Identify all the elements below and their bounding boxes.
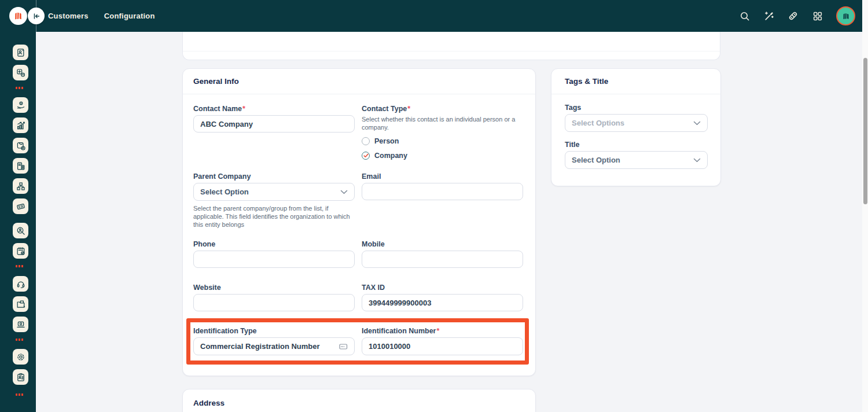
tax-id-input[interactable]	[362, 294, 523, 311]
tags-title-header: Tags & Title	[551, 69, 720, 94]
identification-type-label: Identification Type	[193, 327, 355, 336]
sidebar-item-hand-coin[interactable]	[13, 97, 28, 113]
contact-name-input[interactable]	[193, 115, 355, 133]
contact-type-helper: Select whether this contact is an indivi…	[362, 115, 523, 131]
email-field: Email	[362, 172, 523, 200]
sidebar-divider	[16, 393, 24, 396]
parent-company-label: Parent Company	[193, 172, 355, 181]
sidebar-item-folder-document[interactable]	[13, 296, 28, 312]
sidebar-divider	[16, 339, 24, 341]
scrollbar-thumb[interactable]	[863, 58, 867, 204]
website-input[interactable]	[193, 294, 355, 311]
scrollbar-track[interactable]	[862, 0, 868, 412]
identification-number-field: Identification Number*	[362, 327, 523, 355]
chevron-down-icon	[340, 190, 348, 194]
phone-field: Phone	[193, 240, 355, 268]
avatar-brand-mark-icon	[841, 12, 851, 21]
app-window: Customers Configuration	[0, 0, 868, 412]
contact-name-field: Contact Name*	[193, 105, 355, 133]
search-icon[interactable]	[739, 10, 750, 21]
sidebar-item-headset[interactable]	[13, 276, 28, 292]
radio-company-label: Company	[374, 152, 407, 160]
contact-name-label: Contact Name*	[193, 105, 355, 113]
chevron-down-icon	[693, 121, 701, 126]
title-field: Title Select Option	[565, 141, 708, 169]
sidebar-item-calculator-pen[interactable]	[13, 198, 28, 214]
email-input[interactable]	[362, 183, 523, 200]
title-placeholder: Select Option	[572, 156, 620, 164]
tags-select[interactable]: Select Options	[565, 114, 708, 132]
address-card: Address	[182, 389, 536, 412]
sidebar	[0, 32, 36, 412]
required-asterisk: *	[242, 105, 245, 113]
nav-configuration[interactable]: Configuration	[104, 12, 155, 20]
tags-placeholder: Select Options	[572, 119, 624, 127]
tax-id-label: TAX ID	[362, 284, 523, 292]
radio-checked-icon	[362, 152, 370, 160]
app-logo[interactable]	[9, 7, 27, 25]
previous-section-card	[182, 32, 720, 60]
mobile-label: Mobile	[362, 240, 523, 249]
parent-company-value: Select Option	[200, 187, 249, 196]
radio-company[interactable]: Company	[362, 152, 523, 160]
identification-number-label: Identification Number*	[362, 327, 523, 336]
general-info-header: General Info	[183, 69, 535, 94]
radio-person[interactable]: Person	[362, 137, 523, 145]
sidebar-item-settings[interactable]	[13, 349, 28, 365]
attachment-icon[interactable]	[788, 10, 799, 21]
collapse-arrow-icon	[32, 12, 41, 21]
sidebar-divider	[16, 87, 24, 89]
parent-company-select[interactable]: Select Option	[193, 183, 355, 201]
identification-number-input[interactable]	[362, 337, 523, 355]
required-asterisk: *	[436, 327, 439, 335]
parent-company-field: Parent Company Select Option Select the …	[193, 172, 355, 229]
tags-label: Tags	[565, 104, 708, 112]
required-asterisk: *	[407, 105, 410, 113]
magic-wand-icon[interactable]	[763, 10, 774, 21]
card-divider	[183, 51, 720, 52]
radio-person-label: Person	[374, 137, 399, 145]
top-navigation: Customers Configuration	[48, 0, 155, 32]
tax-id-field: TAX ID	[362, 284, 523, 311]
sidebar-item-calendar-check[interactable]	[13, 243, 28, 259]
topbar-actions	[739, 0, 855, 32]
tags-field: Tags Select Options	[565, 104, 708, 132]
title-label: Title	[565, 141, 708, 149]
mobile-field: Mobile	[362, 240, 523, 268]
user-avatar[interactable]	[836, 6, 855, 25]
sidebar-item-linked-boxes[interactable]	[13, 178, 28, 194]
chevron-down-icon	[693, 158, 701, 163]
sidebar-item-clipboard-person[interactable]	[13, 369, 28, 385]
identification-type-value: Commercial Registration Number	[200, 342, 320, 351]
field-type-icon	[339, 343, 348, 350]
identification-type-field: Identification Type Commercial Registrat…	[193, 327, 355, 355]
apps-grid-icon[interactable]	[812, 10, 823, 21]
sidebar-item-contacts[interactable]	[13, 45, 28, 60]
sidebar-divider	[16, 265, 24, 267]
sidebar-item-scale-add[interactable]	[13, 138, 28, 153]
sidebar-item-pos-register[interactable]	[13, 65, 28, 80]
website-label: Website	[193, 284, 355, 292]
contact-type-label: Contact Type*	[362, 105, 523, 113]
mobile-input[interactable]	[362, 251, 523, 268]
email-label: Email	[362, 172, 523, 181]
contact-type-field: Contact Type* Select whether this contac…	[362, 105, 523, 160]
title-select[interactable]: Select Option	[565, 151, 708, 169]
radio-circle-icon	[362, 137, 370, 145]
tags-title-card-title: Tags & Title	[565, 77, 608, 86]
brand-mark-icon	[13, 10, 24, 21]
general-info-card: General Info Contact Name* Contact Type*…	[182, 68, 536, 376]
tags-title-card: Tags & Title Tags Select Options Title S…	[551, 68, 721, 186]
identification-type-select[interactable]: Commercial Registration Number	[193, 337, 355, 355]
address-title: Address	[193, 399, 225, 407]
sidebar-item-laptop[interactable]	[13, 317, 28, 332]
sidebar-item-person-search[interactable]	[13, 223, 28, 238]
phone-label: Phone	[193, 240, 355, 249]
nav-customers[interactable]: Customers	[48, 12, 89, 20]
collapse-sidebar-button[interactable]	[28, 8, 45, 24]
phone-input[interactable]	[193, 251, 355, 268]
top-bar: Customers Configuration	[0, 0, 868, 32]
parent-company-helper: Select the parent company/group from the…	[193, 204, 355, 229]
sidebar-item-clipboard-calculator[interactable]	[13, 158, 28, 174]
sidebar-item-growth-chart[interactable]	[13, 117, 28, 133]
